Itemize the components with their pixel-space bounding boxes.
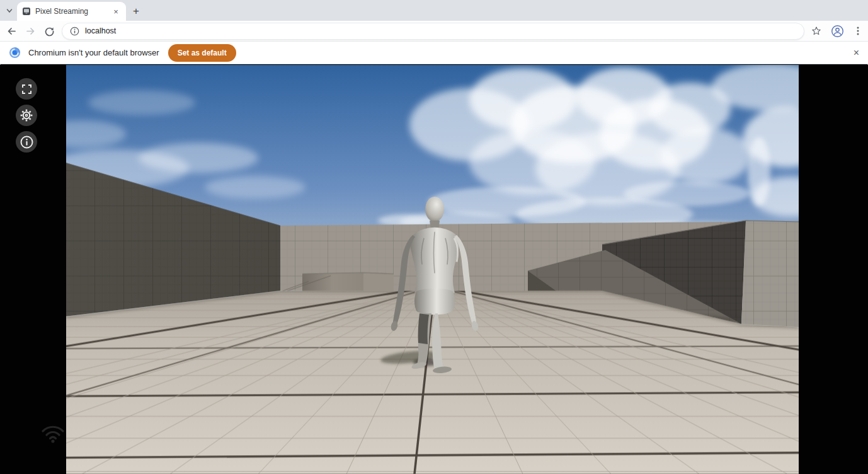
- info-button[interactable]: [16, 131, 37, 153]
- toolbar-actions: [811, 25, 863, 38]
- forward-arrow-icon: [25, 26, 36, 37]
- settings-button[interactable]: [16, 105, 37, 126]
- site-info-icon[interactable]: [70, 26, 79, 36]
- page-content: [0, 65, 868, 474]
- browser-toolbar: localhost: [0, 21, 868, 41]
- wifi-icon: [40, 423, 66, 446]
- info-icon: [20, 136, 33, 149]
- profile-button[interactable]: [831, 25, 844, 38]
- tab-title: Pixel Streaming: [35, 7, 111, 16]
- stream-viewport[interactable]: [66, 65, 799, 474]
- fullscreen-icon: [21, 84, 32, 95]
- forward-button[interactable]: [23, 23, 38, 38]
- tab-favicon: [22, 7, 31, 16]
- bookmark-star-button[interactable]: [811, 25, 822, 37]
- menu-button[interactable]: [853, 26, 863, 36]
- chevron-down-icon: [6, 7, 13, 14]
- browser-tab[interactable]: Pixel Streaming ×: [17, 2, 126, 21]
- url-text: localhost: [85, 26, 116, 35]
- new-tab-button[interactable]: +: [130, 4, 142, 17]
- infobar-message: Chromium isn't your default browser: [28, 48, 159, 57]
- fullscreen-button[interactable]: [16, 78, 37, 100]
- infobar-close-button[interactable]: ×: [854, 48, 859, 58]
- tab-search-button[interactable]: [4, 5, 15, 16]
- tab-close-button[interactable]: ×: [111, 6, 121, 16]
- omnibox[interactable]: localhost: [62, 23, 804, 40]
- default-browser-infobar: Chromium isn't your default browser Set …: [0, 41, 868, 64]
- browser-window: Pixel Streaming × +: [0, 0, 868, 474]
- back-arrow-icon: [6, 26, 17, 37]
- gear-icon: [20, 108, 33, 122]
- set-default-button[interactable]: Set as default: [168, 44, 236, 62]
- back-button[interactable]: [4, 23, 19, 38]
- reload-button[interactable]: [42, 23, 57, 38]
- floor: [66, 291, 799, 474]
- stream-scene: [66, 65, 799, 474]
- tab-strip: Pixel Streaming × +: [0, 0, 868, 21]
- chromium-logo-icon: [9, 47, 21, 59]
- reload-icon: [44, 26, 55, 37]
